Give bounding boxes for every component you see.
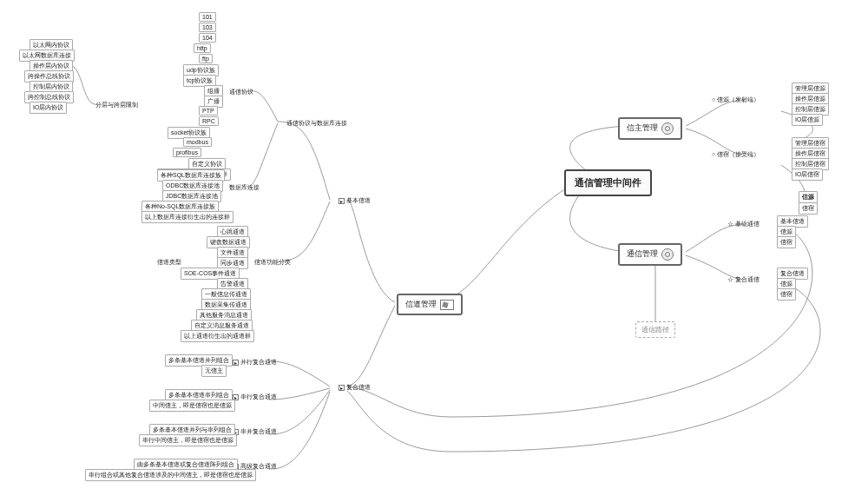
root-node[interactable]: 通信管理中间件 bbox=[564, 169, 652, 196]
composite-type: ▸串并复合通道 bbox=[233, 427, 277, 436]
circle-icon bbox=[661, 122, 674, 135]
list-item: profibus bbox=[173, 148, 201, 157]
tag-source: 信源 bbox=[799, 191, 818, 203]
list-item: 以上通道衍生出的通道群 bbox=[181, 330, 254, 342]
list-item: PTP bbox=[199, 106, 218, 116]
list-item: 无信主 bbox=[201, 365, 227, 377]
list-item: 中间信主，即是信宿也是信源 bbox=[149, 400, 235, 412]
list-item: http bbox=[194, 43, 211, 53]
list-item: 串行组合或其他复合信道涉及的中间信主，即是信宿也是信源 bbox=[85, 469, 256, 481]
comm-path-node[interactable]: 通信路径 bbox=[635, 321, 675, 338]
list-item: RPC bbox=[199, 116, 219, 126]
sink-label: ○ 信宿（接受端） bbox=[712, 150, 760, 159]
list-item: 104 bbox=[199, 33, 216, 43]
composite-channel-label: ▸复合信道 bbox=[339, 383, 371, 392]
list-item: 信宿 bbox=[777, 236, 796, 248]
composite-type: ▸串行复合通道 bbox=[233, 393, 277, 401]
basic-channel-label: ▸基本信道 bbox=[339, 196, 371, 205]
channel-type-label: 信道类型 bbox=[157, 258, 181, 267]
document-icon bbox=[440, 300, 454, 310]
protocol-label: 通信协议 bbox=[229, 88, 253, 96]
channel-mgmt-node[interactable]: 信道管理 bbox=[397, 294, 463, 315]
db-label: 数据库连接 bbox=[229, 183, 260, 192]
proto-db-label: 通信协议与数据库连接 bbox=[286, 119, 347, 128]
composite-type: ▸并行复合通道 bbox=[233, 358, 277, 367]
list-item: 103 bbox=[199, 23, 216, 32]
list-item: 101 bbox=[199, 12, 216, 22]
list-item: IO层内协议 bbox=[30, 102, 67, 114]
layer-label: 分层与跨层限制 bbox=[95, 101, 138, 109]
list-item: ftp bbox=[199, 54, 213, 63]
circle-icon bbox=[661, 248, 674, 261]
sender-mgmt-node[interactable]: 信主管理 bbox=[618, 117, 682, 140]
complex-link-label: ☆ 复合通信 bbox=[727, 275, 760, 284]
comm-mgmt-node[interactable]: 通信管理 bbox=[618, 243, 682, 266]
list-item: 以上数据库连接衍生出的连接群 bbox=[141, 211, 233, 223]
list-item: 信宿 bbox=[777, 288, 796, 301]
root-label: 通信管理中间件 bbox=[575, 177, 641, 188]
list-item: IO层信宿 bbox=[792, 169, 823, 181]
list-item: 串行中间信主，即是信宿也是信源 bbox=[139, 434, 237, 446]
basic-link-label: ☆ 基础通信 bbox=[727, 220, 760, 228]
channel-func-label: 信道功能分类 bbox=[254, 258, 291, 267]
tag-sink: 信宿 bbox=[799, 202, 818, 215]
list-item: modbus bbox=[183, 137, 212, 147]
source-label: ○ 信源（发射端） bbox=[712, 96, 760, 104]
connector-lines bbox=[0, 0, 868, 489]
list-item: IO层信源 bbox=[792, 114, 823, 126]
